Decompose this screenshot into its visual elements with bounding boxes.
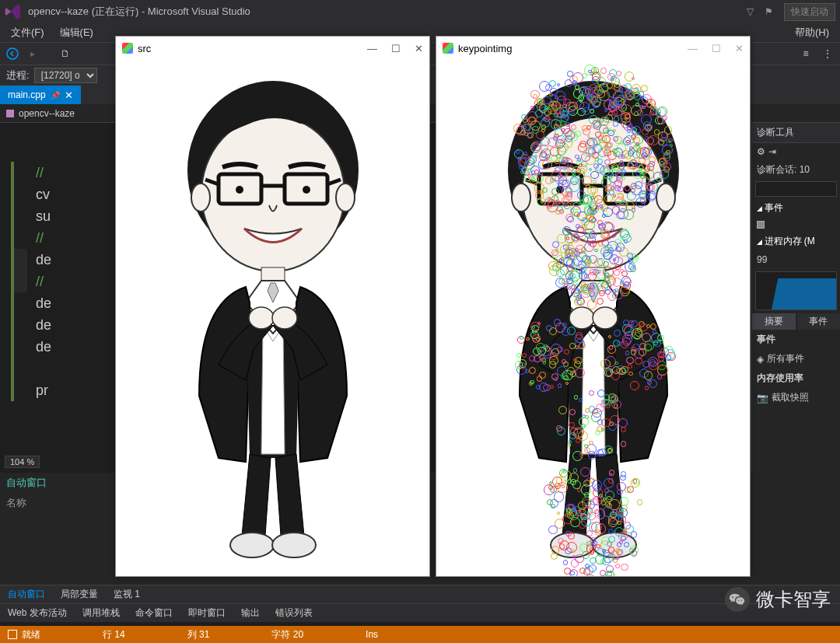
tab-locals[interactable]: 局部变量 [53, 585, 106, 603]
close-icon[interactable]: ✕ [415, 43, 423, 54]
mem-section[interactable]: 进程内存 (M [752, 232, 840, 251]
menu-edit[interactable]: 编辑(E) [54, 24, 100, 41]
tab-errorlist[interactable]: 错误列表 [268, 604, 320, 622]
filter-icon[interactable]: ⋮ [820, 46, 835, 61]
svg-point-3 [191, 183, 210, 211]
diagnostics-panel: 诊断工具 ⚙ ⇥ 诊断会话: 10 事件 进程内存 (M 99 摘要 事件 事件… [751, 123, 840, 473]
window-title: opencv--kaze (正在运行) - Microsoft Visual S… [28, 5, 250, 19]
nav-fwd-icon[interactable]: ▸ [25, 46, 40, 61]
tab-main-cpp[interactable]: main.cpp 📌 ✕ [0, 86, 81, 104]
tab-watch[interactable]: 监视 1 [106, 585, 148, 603]
status-col: 列 31 [187, 628, 210, 641]
pin-icon[interactable]: 📌 [51, 91, 60, 100]
svg-point-16 [272, 533, 316, 557]
wechat-icon [725, 587, 750, 612]
events-section[interactable]: 事件 [752, 198, 840, 218]
notify-icon[interactable]: ⚑ [765, 6, 773, 17]
diag-tabs: 摘要 事件 [752, 313, 840, 330]
menu-help[interactable]: 帮助(H) [789, 24, 835, 41]
tab-summary[interactable]: 摘要 [752, 313, 796, 330]
status-ins: Ins [366, 629, 378, 640]
tab-events[interactable]: 事件 [797, 313, 841, 330]
minimize-icon[interactable]: — [688, 43, 698, 54]
bottom-tabs-2: Web 发布活动 调用堆栈 命令窗口 即时窗口 输出 错误列表 [0, 603, 840, 622]
snapshot-button[interactable]: 📷截取快照 [752, 388, 840, 407]
src-image [116, 60, 429, 576]
svg-point-15 [230, 533, 274, 557]
toolbar-icon[interactable]: ≡ [798, 46, 814, 61]
svg-point-10 [236, 186, 243, 194]
keypoint-image [436, 60, 750, 576]
minimize-icon[interactable]: — [367, 43, 377, 54]
opencv-icon [443, 43, 453, 54]
camera-icon: 📷 [757, 393, 768, 404]
opencv-icon [122, 43, 133, 54]
export-icon[interactable]: ⇥ [768, 146, 776, 157]
quick-launch[interactable]: 快速启动 [784, 3, 835, 21]
menu-file[interactable]: 文件(F) [5, 24, 51, 41]
svg-point-11 [303, 186, 310, 194]
close-icon[interactable]: ✕ [735, 43, 744, 54]
memory-graph [755, 271, 837, 310]
diag-toolbar: ⚙ ⇥ [752, 143, 840, 160]
status-line: 行 14 [103, 628, 125, 641]
window-src[interactable]: src — ☐ ✕ [115, 36, 430, 577]
new-file-icon[interactable]: 🗋 [58, 46, 73, 61]
bottom-tabs-1: 自动窗口 局部变量 监视 1 [0, 585, 840, 603]
diag-header: 诊断工具 [752, 123, 840, 143]
window-keypoint[interactable]: keypointimg — ☐ ✕ [436, 36, 751, 577]
tab-webpublish[interactable]: Web 发布活动 [0, 604, 75, 622]
svg-point-0 [7, 48, 18, 59]
diamond-icon: ◈ [757, 354, 764, 365]
tab-immediate[interactable]: 即时窗口 [180, 604, 233, 622]
tab-autos[interactable]: 自动窗口 [0, 585, 53, 603]
gear-icon[interactable]: ⚙ [757, 146, 765, 157]
svg-point-4 [336, 183, 355, 211]
all-events[interactable]: ◈所有事件 [752, 349, 840, 369]
nav-back-icon[interactable] [5, 46, 20, 61]
funnel-icon[interactable]: ▽ [747, 6, 754, 17]
tab-output[interactable]: 输出 [233, 604, 268, 622]
close-icon[interactable]: ✕ [65, 89, 73, 101]
vs-logo-icon [5, 3, 22, 20]
status-char: 字符 20 [271, 628, 303, 641]
process-label: 进程: [6, 68, 30, 82]
maximize-icon[interactable]: ☐ [712, 43, 721, 54]
title-bar: opencv--kaze (正在运行) - Microsoft Visual S… [0, 0, 840, 23]
watermark: 微卡智享 [725, 587, 831, 612]
status-bar: 就绪 行 14 列 31 字符 20 Ins [0, 626, 840, 643]
diag-session: 诊断会话: 10 [752, 160, 840, 180]
stop-icon[interactable] [8, 630, 17, 639]
tab-callstack[interactable]: 调用堆栈 [75, 604, 128, 622]
maximize-icon[interactable]: ☐ [391, 43, 401, 54]
svg-point-2 [201, 116, 345, 271]
zoom-level[interactable]: 104 % [5, 456, 40, 468]
process-select[interactable]: [12720] o [34, 68, 97, 83]
tab-command[interactable]: 命令窗口 [128, 604, 180, 622]
svg-point-13 [249, 307, 274, 329]
src-titlebar[interactable]: src — ☐ ✕ [116, 37, 429, 60]
kp-titlebar[interactable]: keypointimg — ☐ ✕ [436, 37, 750, 60]
svg-point-14 [272, 307, 297, 329]
